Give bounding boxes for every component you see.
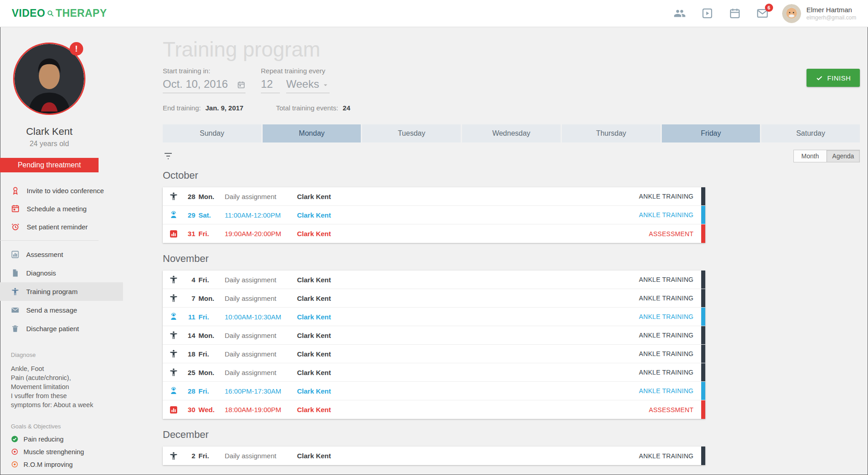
agenda-month-november: November4Fri.Daily assignmentClark KentA…: [163, 253, 860, 419]
agenda-event-row[interactable]: 18Fri.Daily assignmentClark KentANKLE TR…: [163, 345, 705, 363]
event-patient: Clark Kent: [297, 350, 639, 358]
sidebar-action-invite-to-video-conference[interactable]: Invite to video conference: [0, 181, 123, 200]
sidebar-action-set-patient-reminder[interactable]: Set patient reminder: [0, 218, 123, 236]
event-day: 31: [184, 230, 195, 238]
repeat-unit-value: Weeks: [286, 78, 319, 90]
weekday-tab-friday[interactable]: Friday: [662, 124, 760, 142]
menu-label: Discharge patient: [26, 325, 79, 332]
diagnose-line: Pain (acute/chronic),: [11, 373, 109, 382]
diagnose-title: Diagnose: [11, 352, 109, 358]
app-logo[interactable]: VIDEO THERAPY: [12, 7, 107, 19]
event-activity: ANKLE TRAINING: [639, 294, 693, 302]
mail-badge: 6: [765, 4, 773, 12]
agenda-event-row[interactable]: 30Wed.18:00AM-19:00PMClark KentASSESSMEN…: [163, 400, 705, 419]
event-weekday: Mon.: [198, 332, 220, 339]
event-weekday: Fri.: [198, 387, 220, 395]
agenda-event-row[interactable]: 28Fri.16:00PM-17:30AMClark KentANKLE TRA…: [163, 382, 705, 400]
event-detail: 10:00AM-10:30AM: [225, 313, 297, 321]
event-color-bar: [701, 345, 705, 363]
weekday-tab-tuesday[interactable]: Tuesday: [362, 124, 461, 142]
agenda-event-row[interactable]: 31Fri.19:00AM-20:00PMClark KentASSESSMEN…: [163, 224, 705, 243]
invite-conference-icon: [11, 186, 20, 195]
patient-avatar[interactable]: !: [13, 43, 85, 115]
event-weekday: Fri.: [198, 313, 220, 321]
sidebar-item-diagnosis[interactable]: Diagnosis: [0, 264, 123, 282]
event-patient: Clark Kent: [297, 369, 639, 376]
status-banner: Pending threatment: [0, 158, 99, 172]
agenda-event-row[interactable]: 29Sat.11:00AM-12:00PMClark KentANKLE TRA…: [163, 206, 705, 224]
agenda-event-row[interactable]: 14Mon.Daily assignmentClark KentANKLE TR…: [163, 326, 705, 345]
weekday-tab-thursday[interactable]: Thursday: [562, 124, 660, 142]
event-card: 4Fri.Daily assignmentClark KentANKLE TRA…: [163, 271, 705, 419]
finish-button[interactable]: FINISH: [807, 69, 860, 87]
training-event-icon: [169, 331, 178, 340]
calendar-icon[interactable]: [729, 7, 741, 19]
event-activity: ASSESSMENT: [649, 406, 693, 413]
goals-list: Pain reducingMuscle strengheningR.O.M im…: [11, 435, 109, 468]
event-color-bar: [701, 363, 705, 381]
event-patient: Clark Kent: [297, 211, 639, 219]
schedule-meeting-icon: [11, 204, 20, 213]
event-day: 28: [184, 193, 195, 200]
sidebar-item-send-a-message[interactable]: Send a message: [0, 301, 123, 319]
diagnose-line: Ankle, Foot: [11, 364, 109, 373]
event-activity: ANKLE TRAINING: [639, 452, 693, 460]
filter-icon[interactable]: [163, 151, 174, 162]
sidebar-item-discharge-patient[interactable]: Discharge patient: [0, 319, 123, 338]
agenda-event-row[interactable]: 25Mon.Daily assignmentClark KentANKLE TR…: [163, 363, 705, 382]
event-patient: Clark Kent: [297, 193, 639, 200]
conference-event-icon: [169, 210, 178, 219]
event-detail: Daily assignment: [225, 193, 297, 200]
training-event-icon: [169, 368, 178, 377]
agenda-event-row[interactable]: 4Fri.Daily assignmentClark KentANKLE TRA…: [163, 271, 705, 289]
assessment-icon: [11, 250, 19, 259]
weekday-tab-monday[interactable]: Monday: [263, 124, 361, 142]
event-color-bar: [701, 289, 705, 307]
event-color-bar: [701, 308, 705, 326]
event-day: 4: [184, 276, 195, 284]
agenda-event-row[interactable]: 2Fri.Daily assignmentClark KentANKLE TRA…: [163, 446, 705, 465]
event-detail: Daily assignment: [225, 369, 297, 376]
mail-icon[interactable]: 6: [756, 7, 769, 19]
event-day: 18: [184, 350, 195, 358]
total-events-label: Total training events:: [276, 104, 338, 112]
start-date-field[interactable]: Oct. 10, 2016: [163, 78, 245, 93]
sidebar-item-training-program[interactable]: Training program: [0, 282, 123, 301]
weekday-tab-wednesday[interactable]: Wednesday: [462, 124, 561, 142]
patients-icon[interactable]: [674, 7, 686, 19]
video-library-icon[interactable]: [701, 7, 713, 19]
user-email: elmgerh@gmail.com: [807, 14, 856, 21]
menu-label: Training program: [26, 288, 78, 295]
finish-button-label: FINISH: [827, 74, 851, 82]
event-detail: 18:00AM-19:00PM: [225, 406, 297, 413]
event-detail: Daily assignment: [225, 294, 297, 302]
alert-badge: !: [70, 42, 83, 56]
event-day: 25: [184, 369, 195, 376]
start-training-label: Start training in:: [163, 67, 245, 75]
weekday-tabs: SundayMondayTuesdayWednesdayThursdayFrid…: [163, 124, 860, 142]
event-activity: ANKLE TRAINING: [639, 350, 693, 357]
view-toggle-agenda[interactable]: Agenda: [826, 150, 860, 162]
weekday-tab-saturday[interactable]: Saturday: [761, 124, 860, 142]
calendar-picker-icon[interactable]: [237, 81, 245, 89]
sidebar-item-assessment[interactable]: Assessment: [0, 245, 123, 264]
goal-label: Pain reducing: [24, 436, 64, 443]
divider: [0, 240, 99, 241]
user-menu[interactable]: Elmer Hartman elmgerh@gmail.com: [782, 4, 856, 23]
repeat-count-field[interactable]: 12: [261, 78, 280, 93]
goal-done-icon: [11, 435, 19, 443]
sidebar-action-schedule-a-meeting[interactable]: Schedule a meeting: [0, 200, 123, 218]
weekday-tab-sunday[interactable]: Sunday: [163, 124, 261, 142]
sidebar-actions: Invite to video conferenceSchedule a mee…: [0, 181, 123, 236]
agenda-event-row[interactable]: 11Fri.10:00AM-10:30AMClark KentANKLE TRA…: [163, 308, 705, 326]
agenda-event-row[interactable]: 28Mon.Daily assignmentClark KentANKLE TR…: [163, 187, 705, 206]
view-toggle-month[interactable]: Month: [793, 150, 827, 162]
assessment-event-icon: [169, 405, 178, 414]
training-program-icon: [11, 287, 19, 296]
agenda-event-row[interactable]: 7Mon.Daily assignmentClark KentANKLE TRA…: [163, 289, 705, 308]
patient-age: 24 years old: [0, 140, 99, 148]
menu-label: Send a message: [26, 306, 77, 314]
event-color-bar: [701, 382, 705, 400]
event-patient: Clark Kent: [297, 332, 639, 339]
repeat-unit-select[interactable]: Weeks: [286, 78, 330, 93]
